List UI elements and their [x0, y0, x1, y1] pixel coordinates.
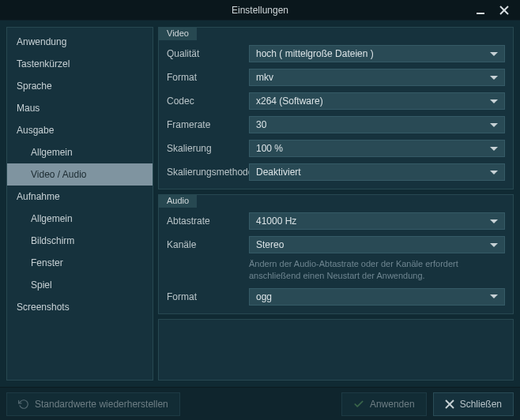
content: Video Qualität hoch ( mittelgroße Dateie… [158, 27, 514, 381]
channels-label: Kanäle [167, 239, 244, 250]
settings-window: Einstellungen Anwendung Tastenkürzel Spr… [0, 0, 520, 420]
sidebar-item-output-general[interactable]: Allgemein [7, 141, 153, 163]
audio-format-select[interactable]: ogg [249, 288, 505, 306]
row-scaling: Skalierung 100 % [167, 133, 505, 157]
row-codec: Codec x264 (Software) [167, 86, 505, 110]
sidebar-item-recording-screen[interactable]: Bildschirm [7, 230, 153, 252]
sidebar-item-output[interactable]: Ausgabe [7, 119, 153, 141]
codec-value: x264 (Software) [256, 96, 323, 107]
sidebar-item-language[interactable]: Sprache [7, 75, 153, 97]
scaling-label: Skalierung [167, 143, 244, 154]
close-footer-button[interactable]: Schließen [433, 392, 514, 416]
row-format: Format mkv [167, 62, 505, 86]
apply-label: Anwenden [370, 399, 415, 410]
close-label: Schließen [460, 399, 502, 410]
sidebar: Anwendung Tastenkürzel Sprache Maus Ausg… [6, 27, 153, 381]
restore-defaults-button[interactable]: Standardwerte wiederherstellen [6, 392, 180, 416]
chevron-down-icon [490, 243, 498, 247]
footer: Standardwerte wiederherstellen Anwenden … [0, 387, 520, 420]
chevron-down-icon [490, 76, 498, 80]
audio-format-label: Format [167, 291, 244, 302]
video-group-title: Video [159, 27, 197, 40]
codec-label: Codec [167, 96, 244, 107]
chevron-down-icon [490, 52, 498, 56]
chevron-down-icon [490, 171, 498, 174]
restore-defaults-label: Standardwerte wiederherstellen [35, 399, 168, 410]
audio-hint: Ändern der Audio-Abtastrate oder der Kan… [167, 253, 505, 282]
scalemethod-value: Deaktiviert [256, 167, 301, 178]
chevron-down-icon [490, 123, 498, 127]
format-label: Format [167, 72, 244, 83]
undo-icon [18, 399, 29, 410]
row-quality: Qualität hoch ( mittelgroße Dateien ) [167, 39, 505, 62]
check-icon [353, 399, 364, 410]
scaling-select[interactable]: 100 % [249, 140, 505, 157]
samplerate-select[interactable]: 41000 Hz [249, 212, 505, 230]
framerate-value: 30 [256, 119, 266, 130]
sidebar-item-application[interactable]: Anwendung [7, 31, 153, 53]
audio-format-value: ogg [256, 291, 272, 302]
row-audio-format: Format ogg [167, 282, 505, 306]
close-icon [445, 399, 454, 409]
close-button[interactable] [498, 4, 511, 17]
sidebar-item-screenshots[interactable]: Screenshots [7, 296, 153, 318]
samplerate-label: Abtastrate [167, 216, 244, 227]
scaling-value: 100 % [256, 143, 283, 154]
scalemethod-select[interactable]: Deaktiviert [249, 163, 505, 181]
codec-select[interactable]: x264 (Software) [249, 92, 505, 110]
apply-button[interactable]: Anwenden [341, 392, 427, 416]
sidebar-item-output-video-audio[interactable]: Video / Audio [7, 163, 153, 186]
audio-group: Audio Abtastrate 41000 Hz Kanäle Stereo … [158, 194, 514, 314]
sidebar-item-recording-game[interactable]: Spiel [7, 274, 153, 296]
window-title: Einstellungen [0, 5, 520, 16]
scalemethod-label: Skalierungsmethode [167, 167, 244, 178]
samplerate-value: 41000 Hz [256, 216, 296, 227]
row-framerate: Framerate 30 [167, 110, 505, 133]
video-group: Video Qualität hoch ( mittelgroße Dateie… [158, 27, 514, 189]
window-controls [465, 4, 520, 17]
row-samplerate: Abtastrate 41000 Hz [167, 206, 505, 230]
titlebar: Einstellungen [0, 0, 520, 21]
audio-group-title: Audio [159, 194, 197, 208]
video-format-select[interactable]: mkv [249, 69, 505, 86]
sidebar-item-recording-window[interactable]: Fenster [7, 252, 153, 274]
sidebar-item-recording[interactable]: Aufnahme [7, 186, 153, 208]
chevron-down-icon [490, 147, 498, 151]
channels-select[interactable]: Stereo [249, 236, 505, 253]
framerate-label: Framerate [167, 119, 244, 130]
quality-value: hoch ( mittelgroße Dateien ) [256, 48, 374, 59]
sidebar-item-recording-general[interactable]: Allgemein [7, 208, 153, 230]
chevron-down-icon [490, 99, 498, 103]
channels-value: Stereo [256, 239, 284, 250]
quality-label: Qualität [167, 48, 244, 59]
chevron-down-icon [490, 219, 498, 223]
sidebar-item-shortcuts[interactable]: Tastenkürzel [7, 53, 153, 75]
row-scalemethod: Skalierungsmethode Deaktiviert [167, 157, 505, 181]
row-channels: Kanäle Stereo [167, 230, 505, 253]
video-format-value: mkv [256, 72, 273, 83]
sidebar-item-mouse[interactable]: Maus [7, 97, 153, 119]
quality-select[interactable]: hoch ( mittelgroße Dateien ) [249, 45, 505, 62]
body: Anwendung Tastenkürzel Sprache Maus Ausg… [0, 21, 520, 387]
content-fill [158, 319, 514, 381]
minimize-button[interactable] [474, 4, 487, 17]
framerate-select[interactable]: 30 [249, 116, 505, 133]
chevron-down-icon [490, 294, 498, 298]
